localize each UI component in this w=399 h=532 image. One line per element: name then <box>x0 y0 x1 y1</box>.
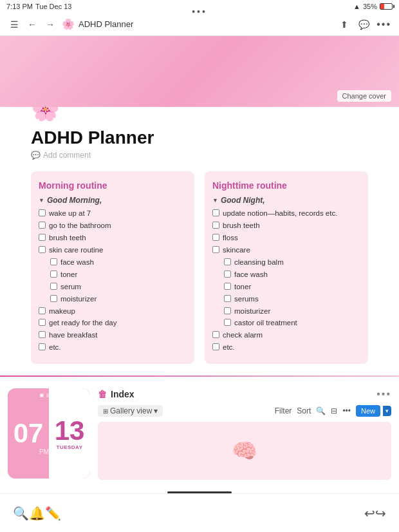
gallery-actions: Filter Sort 🔍 ⊟ ••• New ▾ <box>275 405 391 417</box>
edit-nav-icon[interactable]: ✏️ <box>45 506 61 521</box>
list-item: update notion—habits, records etc. <box>212 209 360 218</box>
list-item: floss <box>212 233 360 243</box>
checkbox[interactable] <box>212 222 219 229</box>
bell-nav-icon[interactable]: 🔔 <box>29 506 45 521</box>
checkbox[interactable] <box>212 246 219 253</box>
gallery-chevron-icon: ▾ <box>154 406 158 415</box>
list-item: skin care routine <box>39 245 187 255</box>
redo-nav-icon[interactable]: ↪ <box>375 506 386 521</box>
morning-section-header: ▼ Good Morning, <box>39 196 187 205</box>
widget-icon2: ▤ <box>46 392 51 398</box>
section-divider <box>0 375 399 377</box>
list-item: etc. <box>212 343 360 352</box>
checkbox[interactable] <box>212 209 219 216</box>
checkbox[interactable] <box>39 222 46 229</box>
index-title-label: Index <box>111 389 135 399</box>
checkbox[interactable] <box>39 343 46 350</box>
list-item: moisturizer <box>212 307 360 316</box>
clock-time: 07 <box>14 420 44 447</box>
change-cover-button[interactable]: Change cover <box>337 90 392 102</box>
checkbox[interactable] <box>39 319 46 326</box>
list-item: serum <box>39 282 187 292</box>
search-icon[interactable]: 🔍 <box>316 406 326 415</box>
brain-decoration-icon: 🧠 <box>232 439 257 463</box>
checkbox[interactable] <box>39 209 46 216</box>
checkbox[interactable] <box>224 307 231 314</box>
gallery-content: 🧠 <box>98 422 391 480</box>
back-button[interactable]: ← <box>26 18 39 31</box>
wifi-icon: ▲ <box>353 3 360 10</box>
list-item: toner <box>39 270 187 280</box>
gallery-view-selector[interactable]: ⊞ Gallery view ▾ <box>98 405 163 417</box>
add-comment-label: Add comment <box>43 151 91 160</box>
more-options-icon[interactable]: ••• <box>342 406 351 415</box>
new-button[interactable]: New <box>356 405 380 417</box>
forward-button[interactable]: → <box>44 18 57 31</box>
checkbox[interactable] <box>39 307 46 314</box>
status-time: 7:13 PM <box>6 3 33 10</box>
widget-topbar: ▣ ▤ ••• <box>39 392 59 398</box>
clock-ampm: PM <box>39 448 49 455</box>
checkbox[interactable] <box>50 258 57 265</box>
morning-routine-title: Morning routine <box>39 180 187 191</box>
search-nav-icon[interactable]: 🔍 <box>13 506 29 521</box>
nav-page-title: ADHD Planner <box>79 19 133 29</box>
menu-icon[interactable]: ☰ <box>8 18 21 31</box>
checkbox[interactable] <box>39 234 46 241</box>
flower-icon: 🌸 <box>62 18 75 30</box>
calendar-day: 13 <box>55 417 85 444</box>
layout-icon[interactable]: ⊟ <box>331 406 337 415</box>
checkbox[interactable] <box>212 331 219 338</box>
checkbox[interactable] <box>224 319 231 326</box>
share-icon[interactable]: ⬆ <box>338 18 351 31</box>
nighttime-routine-title: Nighttime routine <box>212 180 360 191</box>
status-bar: 7:13 PM Tue Dec 13 ••• ▲ 35% <box>0 0 399 13</box>
checkbox[interactable] <box>212 343 219 350</box>
gallery-view-label: Gallery view <box>110 406 152 415</box>
checkbox[interactable] <box>224 258 231 265</box>
checkbox[interactable] <box>50 295 57 302</box>
gallery-grid-icon: ⊞ <box>103 408 108 415</box>
list-item: brush teeth <box>39 233 187 243</box>
undo-nav-icon[interactable]: ↩ <box>364 506 375 521</box>
gallery-bar: ⊞ Gallery view ▾ Filter Sort 🔍 ⊟ ••• New… <box>98 405 391 417</box>
status-date: Tue Dec 13 <box>35 3 71 10</box>
checkbox[interactable] <box>39 331 46 338</box>
page-title: ADHD Planner <box>31 128 368 148</box>
checkbox[interactable] <box>50 271 57 278</box>
bottom-nav: 🔍 🔔 ✏️ ↩ ↪ <box>0 493 399 532</box>
sort-button[interactable]: Sort <box>297 406 311 415</box>
widget-icon1: ▣ <box>39 392 44 398</box>
nighttime-routine-column: Nighttime routine ▼ Good Night, update n… <box>205 171 368 364</box>
index-header: 🗑 Index ••• <box>98 388 391 400</box>
list-item: brush teeth <box>212 221 360 231</box>
nav-right-actions: ⬆ 💬 ••• <box>338 18 391 31</box>
status-three-dots: ••• <box>192 6 207 17</box>
list-item: moisturizer <box>39 294 187 304</box>
clock-calendar-widget: ▣ ▤ ••• 07 PM 13 TUESDAY <box>8 388 90 479</box>
index-panel: 🗑 Index ••• ⊞ Gallery view ▾ Filter Sort… <box>98 388 391 480</box>
add-comment-button[interactable]: 💬 Add comment <box>31 151 368 160</box>
routine-columns: Morning routine ▼ Good Morning, wake up … <box>31 171 368 364</box>
index-menu-button[interactable]: ••• <box>376 388 391 400</box>
checkbox[interactable] <box>212 234 219 241</box>
triangle-icon: ▼ <box>212 197 218 204</box>
filter-button[interactable]: Filter <box>275 406 292 415</box>
checkbox[interactable] <box>50 283 57 290</box>
list-item: face wash <box>212 270 360 280</box>
nav-more-icon[interactable]: ••• <box>376 19 391 30</box>
list-item: wake up at 7 <box>39 209 187 218</box>
nighttime-section-header: ▼ Good Night, <box>212 196 360 205</box>
bottom-section: ▣ ▤ ••• 07 PM 13 TUESDAY 🗑 Index ••• <box>0 388 399 480</box>
index-title-area: 🗑 Index <box>98 389 135 399</box>
checkbox[interactable] <box>224 295 231 302</box>
new-chevron-button[interactable]: ▾ <box>383 406 391 416</box>
checkbox[interactable] <box>224 283 231 290</box>
checkbox[interactable] <box>224 271 231 278</box>
checkbox[interactable] <box>39 246 46 253</box>
triangle-icon: ▼ <box>39 197 44 204</box>
page-content: 🌸 ADHD Planner 💬 Add comment Morning rou… <box>0 95 399 364</box>
list-item: skincare <box>212 245 360 255</box>
list-item: castor oil treatment <box>212 318 360 328</box>
comment-icon[interactable]: 💬 <box>357 18 370 31</box>
